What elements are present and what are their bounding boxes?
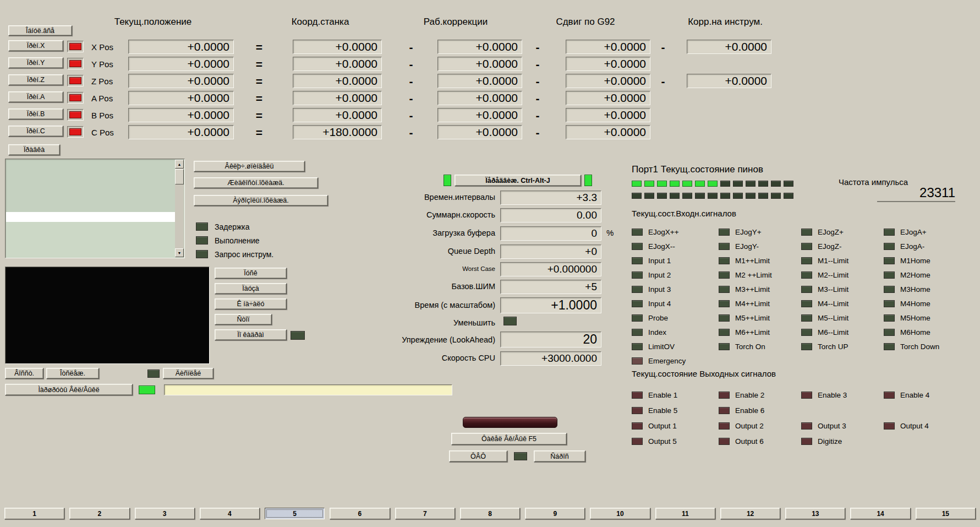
screen-tab[interactable]: 6	[330, 508, 390, 519]
axis-ref-button[interactable]: Ïðèí.B	[8, 108, 63, 119]
screen-tab[interactable]: 9	[525, 508, 585, 519]
dro-work-offset[interactable]: +0.0000	[437, 57, 522, 71]
dro-machine-coord[interactable]: +0.0000	[293, 91, 382, 105]
output-signal: Enable 3	[801, 387, 847, 403]
dro-current-position[interactable]: +0.0000	[128, 108, 234, 122]
dro-work-offset[interactable]: +0.0000	[437, 108, 522, 122]
pause-button[interactable]: Ïàóçà	[215, 283, 287, 294]
scroll-up-button[interactable]: ▲	[175, 160, 184, 169]
signal-led	[719, 438, 730, 445]
dro-machine-coord[interactable]: +0.0000	[293, 40, 382, 54]
screen-tab[interactable]: 4	[200, 508, 260, 519]
pulse-frequency-value: 23311	[877, 185, 955, 202]
dro-work-offset[interactable]: +0.0000	[437, 91, 522, 105]
flood-coolant-button[interactable]: Æèäêîñòí.îõëàæä.	[194, 177, 318, 188]
dro-current-position[interactable]: +0.0000	[128, 40, 234, 54]
dro-machine-coord[interactable]: +0.0000	[293, 57, 382, 71]
scroll-down-button[interactable]: ▼	[175, 248, 184, 257]
screen-tab[interactable]: 3	[135, 508, 195, 519]
spindle-toggle-button[interactable]: Âêëþ÷.øïèíäåëü	[194, 161, 305, 172]
dro-g92-shift[interactable]: +0.0000	[566, 57, 650, 71]
restore-button[interactable]: Âîññò.	[5, 368, 43, 379]
axis-ref-button[interactable]: Ïðèí.X	[8, 40, 63, 51]
dro-work-offset[interactable]: +0.0000	[437, 74, 522, 88]
signal-label: M6Home	[900, 328, 930, 336]
screen-tab[interactable]: 11	[655, 508, 715, 519]
start-button[interactable]: Ïóñê	[215, 268, 287, 279]
axis-ref-button[interactable]: Ïðèí.Y	[8, 57, 63, 68]
dro-g92-shift[interactable]: +0.0000	[566, 74, 650, 88]
dro-tool-offset[interactable]: +0.0000	[687, 40, 771, 54]
equals-sign: =	[252, 75, 266, 88]
screen-tab[interactable]: 12	[720, 508, 780, 519]
output-signal: Output 6	[719, 433, 764, 449]
signal-led	[884, 257, 895, 264]
running-led	[196, 236, 208, 245]
axis-ref-button[interactable]: Ïðèí.C	[8, 126, 63, 137]
pin-led	[657, 193, 667, 199]
dro-machine-coord[interactable]: +0.0000	[293, 74, 382, 88]
axis-label: Z Pos	[91, 77, 113, 86]
screen-tab[interactable]: 1	[4, 508, 64, 519]
reset-button[interactable]: Ñáðîñ	[534, 450, 585, 462]
dro-row: Ïðèí.X X Pos +0.0000 = +0.0000 - +0.0000…	[0, 39, 980, 56]
dro-current-position[interactable]: +0.0000	[128, 74, 234, 88]
lookahead-value[interactable]: 20	[500, 332, 601, 347]
signal-label: M4--Limit	[818, 300, 848, 308]
axis-ref-button[interactable]: Ïðèí.Z	[8, 74, 63, 85]
scaled-time-value[interactable]: +1.0000	[500, 297, 601, 313]
screen-tab[interactable]: 10	[590, 508, 650, 519]
signal-label: Input 4	[648, 300, 671, 308]
scroll-thumb[interactable]	[175, 169, 184, 184]
axis-ref-button[interactable]: Ïðèí.A	[8, 91, 63, 102]
listbox-scrollbar[interactable]: ▲ ▼	[175, 160, 184, 257]
history-listbox[interactable]: ▲ ▼	[5, 159, 185, 258]
total-velocity-value: 0.00	[500, 208, 601, 222]
dro-current-position[interactable]: +0.0000	[128, 91, 234, 105]
axis-ref-led	[69, 128, 81, 135]
routes-toggle-button[interactable]: Ìàðøðóòû Âêë/Âûêë	[5, 384, 133, 395]
rewind-button[interactable]: Ê íà÷àëó	[215, 298, 287, 309]
dro-current-position[interactable]: +0.0000	[128, 57, 234, 71]
dro-current-position[interactable]: +0.0000	[128, 125, 234, 139]
stop-button[interactable]: Ñòîï	[215, 314, 272, 325]
trace-button[interactable]: Îòñëåæ.	[46, 368, 99, 379]
screen-tab[interactable]: 15	[916, 508, 976, 519]
screen-tab[interactable]: 14	[850, 508, 910, 519]
cpu-speed-value: +3000.0000	[500, 351, 601, 366]
dro-tool-offset[interactable]: +0.0000	[687, 74, 771, 88]
input-signal: Input 3	[632, 282, 686, 296]
dro-g92-shift[interactable]: +0.0000	[566, 125, 650, 139]
pin-led	[682, 193, 692, 199]
dro-machine-coord[interactable]: +180.0000	[293, 125, 382, 139]
screen-tab[interactable]: 5	[265, 508, 325, 519]
dro-machine-coord[interactable]: +0.0000	[293, 108, 382, 122]
screen-tab[interactable]: 7	[395, 508, 455, 519]
dro-work-offset[interactable]: +0.0000	[437, 125, 522, 139]
signal-led	[801, 343, 812, 350]
output-signal: Output 3	[801, 418, 847, 433]
mist-coolant-button[interactable]: Àýðîçîëüí.îõëàæä.	[194, 195, 328, 206]
single-block-button[interactable]: Ïî êàäðàì	[215, 329, 287, 340]
pin-led	[695, 193, 705, 199]
screen-tab[interactable]: 13	[785, 508, 845, 519]
dro-work-offset[interactable]: +0.0000	[437, 40, 522, 54]
dro-g92-shift[interactable]: +0.0000	[566, 91, 650, 105]
gcode-display[interactable]	[5, 267, 210, 364]
signal-label: EJogZ-	[818, 242, 842, 251]
jog-toggle-button[interactable]: Ïåðåäâèæ. Ctrl-Alt-J	[455, 175, 581, 186]
torch-toggle-button[interactable]: Ôàêåë Âê/Âûê F5	[451, 433, 567, 445]
pin-led	[695, 181, 705, 187]
reduce-led[interactable]	[503, 317, 517, 325]
edit-button[interactable]: Ïðàâêà	[8, 144, 60, 155]
thc-button[interactable]: ÔÂÔ	[449, 450, 507, 462]
screen-tab[interactable]: 8	[460, 508, 520, 519]
listbox-selected-row[interactable]	[6, 212, 175, 222]
dro-g92-shift[interactable]: +0.0000	[566, 108, 650, 122]
screen-tabbar: 123456789101112131415	[4, 508, 976, 519]
input-signal: EJogX++	[632, 225, 686, 239]
screen-tab[interactable]: 2	[69, 508, 129, 519]
zero-all-button[interactable]: Îáíóë.âñå	[8, 25, 72, 36]
dro-g92-shift[interactable]: +0.0000	[566, 40, 650, 54]
display-button[interactable]: Äèñïëåé	[163, 368, 213, 379]
